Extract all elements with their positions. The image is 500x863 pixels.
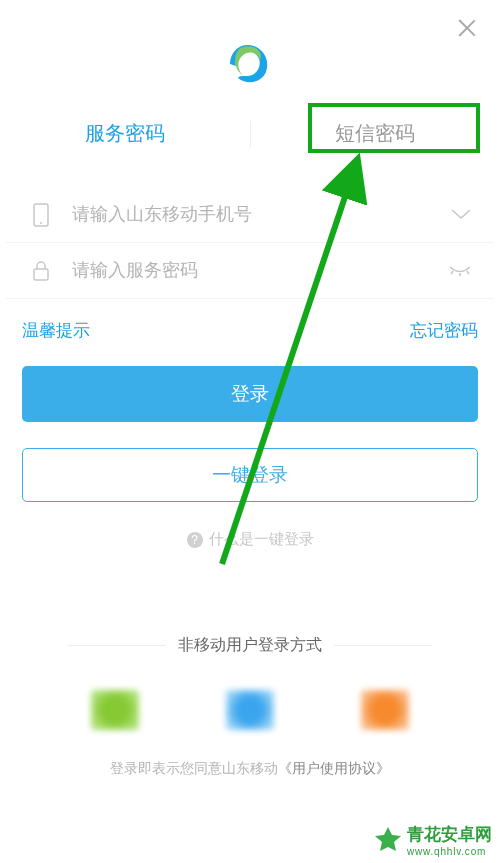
onekey-help-label: 什么是一键登录 xyxy=(209,530,314,547)
alt-login-section: 非移动用户登录方式 xyxy=(0,635,500,730)
lock-icon xyxy=(28,260,54,282)
login-tabs: 服务密码 短信密码 xyxy=(0,112,500,155)
password-input-row xyxy=(6,243,494,299)
agreement-text: 登录即表示您同意山东移动《用户使用协议》 xyxy=(0,760,500,778)
password-input[interactable] xyxy=(54,260,448,281)
agreement-link[interactable]: 《用户使用协议》 xyxy=(278,760,390,776)
agreement-prefix: 登录即表示您同意山东移动 xyxy=(110,760,278,776)
app-logo xyxy=(0,28,500,92)
login-button[interactable]: 登录 xyxy=(22,366,478,422)
watermark-icon xyxy=(373,825,403,855)
eye-closed-icon[interactable] xyxy=(448,260,472,281)
svg-point-1 xyxy=(40,222,42,224)
tab-service-password[interactable]: 服务密码 xyxy=(0,112,250,155)
watermark-title: 青花安卓网 xyxy=(407,825,492,844)
onekey-help-link[interactable]: ?什么是一键登录 xyxy=(0,530,500,549)
svg-line-3 xyxy=(451,271,453,274)
qq-login-icon[interactable] xyxy=(226,690,274,730)
svg-line-5 xyxy=(467,271,469,274)
close-icon[interactable] xyxy=(454,15,480,41)
onekey-login-button[interactable]: 一键登录 xyxy=(22,448,478,502)
phone-input-row xyxy=(6,187,494,243)
forgot-password-link[interactable]: 忘记密码 xyxy=(410,319,478,342)
warm-tip-link[interactable]: 温馨提示 xyxy=(22,319,90,342)
alt-login-title: 非移动用户登录方式 xyxy=(0,635,500,656)
tab-sms-password[interactable]: 短信密码 xyxy=(251,112,501,155)
svg-rect-2 xyxy=(34,269,48,280)
links-row: 温馨提示 忘记密码 xyxy=(0,299,500,358)
watermark: 青花安卓网 www.qhhlv.com xyxy=(373,823,492,857)
phone-input[interactable] xyxy=(54,204,450,225)
alt-login-icons xyxy=(0,690,500,730)
question-icon: ? xyxy=(187,532,203,548)
watermark-url: www.qhhlv.com xyxy=(407,846,492,857)
weibo-login-icon[interactable] xyxy=(361,690,409,730)
dropdown-chevron-icon[interactable] xyxy=(450,204,472,225)
wechat-login-icon[interactable] xyxy=(91,690,139,730)
phone-icon xyxy=(28,203,54,227)
